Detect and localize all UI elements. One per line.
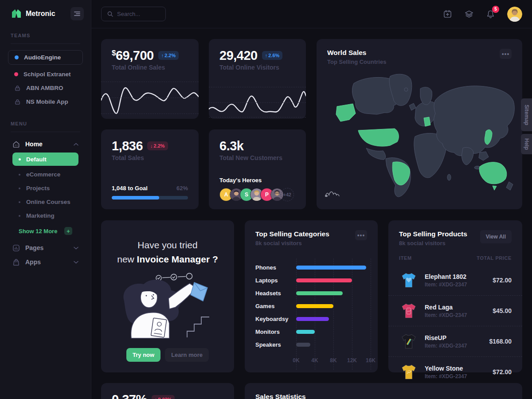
product-row[interactable]: RiseUP Item: #XDG-2347 $168.00	[388, 326, 522, 356]
product-row[interactable]: Yellow Stone Item: #XDG-2347 $72.00	[388, 356, 522, 387]
bullet-icon	[19, 201, 20, 203]
sidebar-item-online-courses[interactable]: Online Courses	[12, 195, 78, 209]
sitemap-tab[interactable]: Sitemap	[521, 98, 532, 131]
plus-icon[interactable]: +	[64, 227, 72, 235]
view-all-button[interactable]: View All	[480, 230, 512, 243]
bar-phones[interactable]	[296, 266, 366, 270]
delta-badge: ↑2.6%	[262, 51, 283, 60]
team-item-nsmobile[interactable]: NS Mobile App	[8, 95, 83, 109]
bar-keyboardsy[interactable]	[296, 317, 329, 321]
online-sales-card: $69,700 ↑2.2% Total Online Sales	[101, 39, 199, 119]
arrow-up-icon: ↑	[161, 53, 164, 58]
user-avatar[interactable]	[507, 7, 522, 22]
top-selling-categories-card: Top Selling Categories 8k social visitor…	[245, 220, 378, 372]
bullet-icon	[19, 188, 20, 189]
world-map[interactable]	[324, 66, 515, 199]
delta-badge: ↓2.2%	[147, 141, 168, 150]
sidebar-header: Metronic	[0, 0, 91, 20]
delta-badge: ↑2.2%	[158, 51, 179, 60]
bar-row: Speakers	[255, 338, 370, 351]
menu-label: Pages	[25, 244, 68, 251]
search-box[interactable]	[101, 7, 166, 21]
world-sales-subtitle: Top Selling Countries	[327, 59, 386, 65]
online-visitors-card: 29,420 ↑2.6% Total Online Visitors	[209, 39, 306, 119]
layers-icon	[464, 9, 474, 19]
options-button[interactable]: •••	[355, 230, 367, 240]
sidebar-item-apps[interactable]: Apps	[8, 255, 83, 269]
submenu-label: Default	[26, 156, 47, 163]
product-name: Red Laga	[425, 304, 486, 311]
promo-line1: Have you tried	[101, 240, 234, 250]
options-button[interactable]: •••	[500, 49, 512, 59]
heroes-heading: Today's Heroes	[219, 177, 262, 184]
show-more-link[interactable]: Show 12 More +	[12, 224, 78, 238]
team-item-audioengine[interactable]: AudioEngine	[8, 50, 83, 65]
sidebar-item-pages[interactable]: Pages	[8, 241, 83, 254]
teams-heading: TEAMS	[0, 33, 91, 38]
bar-headsets[interactable]	[296, 291, 343, 295]
bar-row: Headsets	[255, 287, 370, 300]
bar-label: Laptops	[255, 277, 296, 284]
notification-count-badge: 5	[492, 6, 499, 13]
arrow-up-icon: ↑	[265, 53, 268, 58]
help-tab-label: Help	[524, 138, 530, 150]
team-dot-red-icon	[14, 72, 18, 76]
chevron-down-icon	[74, 246, 78, 250]
help-tab[interactable]: Help	[521, 134, 532, 154]
bar-row: Phones	[255, 261, 370, 274]
sitemap-tab-label: Sitemap	[524, 105, 530, 125]
chart-icon	[12, 244, 20, 252]
search-icon	[107, 11, 113, 17]
sparkline-chart	[209, 80, 306, 119]
bar-laptops[interactable]	[296, 278, 352, 282]
search-input[interactable]	[117, 11, 160, 17]
rate-value: 0.37%	[112, 393, 147, 399]
total-sales-card: 1,836 ↓2.2% Total Sales 1,048 to Goal 62…	[101, 129, 199, 209]
sidebar-item-ecommerce[interactable]: eCommerce	[12, 168, 78, 181]
bar-speakers[interactable]	[296, 343, 310, 347]
sidebar-item-home[interactable]: Home	[8, 137, 83, 151]
new-customers-value: 6.3k	[219, 139, 243, 153]
categories-subtitle: 8k social visitors	[255, 240, 329, 246]
sidebar-item-default-active[interactable]: Default	[12, 153, 78, 166]
sidebar-toggle-button[interactable]	[70, 7, 84, 20]
bar-monitors[interactable]	[296, 330, 315, 334]
bar-label: Keyboardsy	[255, 316, 296, 322]
bar-label: Games	[255, 303, 296, 309]
product-name: Elephant 1802	[425, 273, 486, 280]
lock-icon	[14, 85, 21, 91]
layers-button[interactable]	[464, 9, 474, 19]
bar-row: Keyboardsy	[255, 313, 370, 325]
sidebar-item-projects[interactable]: Projects	[12, 181, 78, 195]
products-column-headers: ITEM TOTAL PRICE	[388, 246, 522, 265]
learn-more-button[interactable]: Learn more	[165, 348, 209, 362]
team-item-schipol[interactable]: Schipol Extranet	[8, 67, 83, 81]
sidebar: Metronic TEAMS AudioEngine Schipol Extra…	[0, 0, 91, 399]
bar-label: Speakers	[255, 341, 296, 348]
products-subtitle: 8k social visitors	[399, 240, 467, 246]
try-now-button[interactable]: Try now	[126, 348, 160, 362]
arrow-up-icon: ↑	[155, 397, 157, 399]
sidebar-toggle-icon	[74, 11, 80, 16]
hero-avatar-more[interactable]: +42	[281, 188, 294, 201]
product-name: RiseUP	[425, 334, 483, 341]
categories-title: Top Selling Categories	[255, 230, 329, 238]
product-price: $45.00	[493, 307, 512, 314]
world-sales-title: World Sales	[327, 49, 386, 57]
product-row[interactable]: Elephant 1802 Item: #XDG-2347 $72.00	[388, 265, 522, 295]
product-price: $72.00	[493, 368, 512, 376]
sidebar-item-marketing[interactable]: Marketing	[12, 209, 78, 223]
bar-games[interactable]	[296, 304, 333, 308]
notifications-button[interactable]: 5	[486, 9, 495, 19]
product-row[interactable]: Red Laga Item: #XDG-2347 $45.00	[388, 295, 522, 326]
team-label: AudioEngine	[24, 54, 61, 61]
calendar-add-button[interactable]	[443, 9, 452, 19]
divider	[11, 43, 80, 44]
online-sales-label: Total Online Sales	[112, 64, 188, 71]
online-visitors-sparkline	[209, 80, 306, 119]
product-price: $168.00	[489, 338, 512, 345]
product-code: Item: #XDG-2347	[425, 282, 486, 288]
team-item-abn[interactable]: ABN AMBRO	[8, 81, 83, 95]
divider	[11, 132, 80, 132]
online-sales-value: $69,700	[112, 49, 154, 62]
